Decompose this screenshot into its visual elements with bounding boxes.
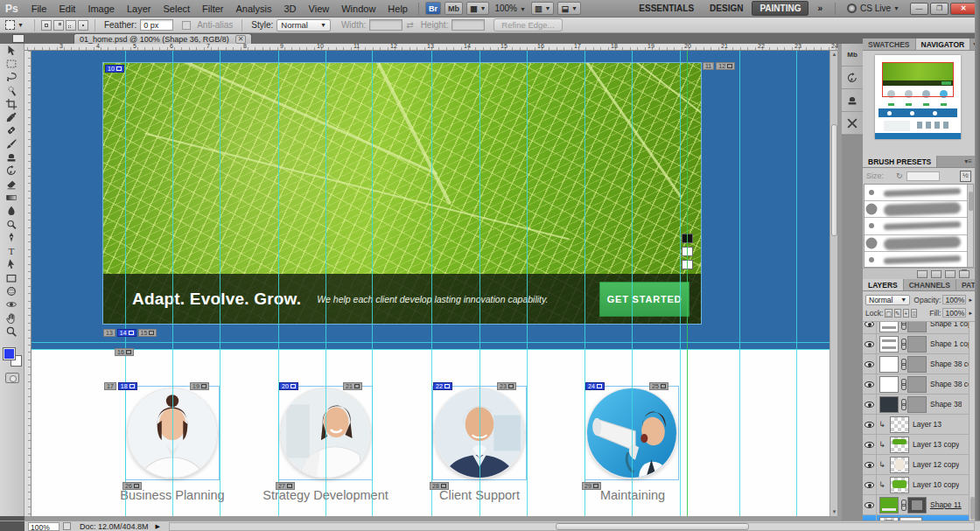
get-started-button[interactable]: GET STARTED <box>599 282 690 317</box>
layer-row-layer-10-copy[interactable]: ↳Layer 10 copy <box>863 475 975 495</box>
visibility-toggle[interactable] <box>863 455 877 475</box>
menu-layer[interactable]: Layer <box>121 0 158 17</box>
crop-tool[interactable] <box>0 97 23 110</box>
lock-pixels-icon[interactable]: ✎ <box>894 309 901 318</box>
screen-mode-button[interactable]: ⬓▼ <box>557 2 580 15</box>
canvas[interactable]: Adapt. Evolve. Grow. We help each client… <box>32 51 837 516</box>
dodge-tool[interactable] <box>0 218 23 231</box>
hero-banner-leaf-image[interactable]: Adapt. Evolve. Grow. We help each client… <box>103 63 701 324</box>
tool-preset-picker[interactable]: ▼ <box>0 20 29 30</box>
lock-all-icon[interactable]: ⚿ <box>911 309 917 318</box>
blend-mode-dropdown[interactable]: Normal▼ <box>865 295 910 305</box>
style-dropdown[interactable]: Normal▼ <box>276 19 331 31</box>
status-zoom-field[interactable]: 100% <box>28 522 60 531</box>
create-new-brush-icon[interactable] <box>945 270 956 278</box>
hand-tool[interactable] <box>0 311 23 325</box>
navigator-view-box[interactable] <box>882 62 954 97</box>
cs-live-dropdown[interactable]: CS Live▼ <box>847 3 900 13</box>
layer-name[interactable]: Shape 38 <box>930 400 962 409</box>
brush-preset[interactable] <box>864 185 973 201</box>
tool-presets-panel-icon[interactable] <box>842 112 863 135</box>
eyedropper-tool[interactable] <box>0 110 23 123</box>
anti-alias-checkbox[interactable] <box>182 21 191 30</box>
feather-input[interactable]: 0 px <box>140 19 173 31</box>
menu-edit[interactable]: Edit <box>52 0 81 17</box>
visibility-toggle[interactable] <box>863 495 877 515</box>
menu-analysis[interactable]: Analysis <box>230 0 278 17</box>
opacity-flyout-icon[interactable]: ▸ <box>969 297 972 304</box>
move-tool[interactable] <box>0 44 23 57</box>
brush-preset[interactable] <box>864 218 973 234</box>
tab-brush-presets[interactable]: BRUSH PRESETS <box>863 156 937 167</box>
clone-source-panel-icon[interactable] <box>842 89 863 112</box>
layer-row-shape-11[interactable]: Shape 11 <box>863 495 975 515</box>
visibility-toggle[interactable] <box>863 395 877 415</box>
workspace-essentials[interactable]: ESSENTIALS <box>632 2 701 15</box>
lock-position-icon[interactable]: + <box>903 309 909 318</box>
visibility-toggle[interactable] <box>863 415 877 435</box>
visibility-toggle[interactable] <box>863 354 877 374</box>
menu-window[interactable]: Window <box>335 0 382 17</box>
history-brush-tool[interactable] <box>0 164 23 178</box>
bristle-brush-preview-icon[interactable] <box>960 171 971 182</box>
layer-name[interactable]: Layer 13 <box>913 420 942 429</box>
selection-mode-new[interactable] <box>41 20 52 31</box>
path-select-tool[interactable] <box>0 258 23 271</box>
color-swatches[interactable] <box>3 346 22 367</box>
delete-brush-icon[interactable] <box>959 270 970 278</box>
status-flyout-icon[interactable]: ▶ <box>156 523 160 530</box>
layer-row-shape-1-copy-4[interactable]: Shape 1 copy 4 <box>863 322 975 334</box>
menu-image[interactable]: Image <box>81 0 121 17</box>
brush-list-scrollbar[interactable] <box>967 185 973 267</box>
foreground-color-swatch[interactable] <box>3 347 16 360</box>
brush-preset-list[interactable] <box>864 184 974 268</box>
history-panel-icon[interactable] <box>842 66 863 89</box>
selection-mode-intersect[interactable] <box>78 20 88 31</box>
top-ruler[interactable]: 3456789101112131415161718192021222324 <box>24 44 837 51</box>
document-tab[interactable]: 01_home.psd @ 100% (Shape 36, RGB/8) ✕ <box>74 33 252 44</box>
quick-mask-button[interactable] <box>5 373 19 383</box>
marquee-tool[interactable] <box>0 57 23 70</box>
brush-preset[interactable] <box>864 252 973 268</box>
visibility-toggle[interactable] <box>863 475 877 495</box>
layer-row-shape-1-copy-2[interactable]: Shape 1 copy 2 <box>863 334 975 354</box>
view-extras-button[interactable]: ▥▼ <box>531 2 554 15</box>
panel-collapse-icon[interactable] <box>12 34 24 43</box>
brush-tool[interactable] <box>0 137 23 150</box>
tab-channels[interactable]: CHANNELS <box>904 279 956 290</box>
pen-tool[interactable] <box>0 231 23 244</box>
zoom-level-dropdown[interactable]: 100%▼ <box>494 3 526 13</box>
gradient-tool[interactable] <box>0 191 23 204</box>
selection-mode-subtract[interactable] <box>66 20 76 31</box>
brush-preset[interactable] <box>864 201 973 218</box>
scrollbar-thumb[interactable] <box>556 523 749 530</box>
refresh-icon[interactable]: ↻ <box>896 171 903 180</box>
canvas-vertical-scrollbar[interactable]: ▲ ▼ <box>830 51 837 516</box>
menu-3d[interactable]: 3D <box>278 0 303 17</box>
visibility-toggle[interactable] <box>863 374 877 395</box>
arrange-documents-button[interactable]: ▦▼ <box>466 2 489 15</box>
blur-tool[interactable] <box>0 205 23 218</box>
layer-list[interactable]: Shape 1 copy 4Shape 1 copy 2Shape 38 cop… <box>863 322 975 527</box>
tab-navigator[interactable]: NAVIGATOR <box>916 38 971 50</box>
layer-name[interactable]: Layer 10 copy <box>913 480 959 489</box>
visibility-toggle[interactable] <box>863 334 877 354</box>
lock-transparent-icon[interactable]: ▢ <box>885 309 892 318</box>
layer-row-shape-38[interactable]: Shape 38 <box>863 395 975 415</box>
layer-row-shape-38-copy[interactable]: Shape 38 copy <box>863 374 975 395</box>
brush-preset[interactable] <box>864 235 973 252</box>
menu-file[interactable]: File <box>25 0 53 17</box>
menu-filter[interactable]: Filter <box>196 0 229 17</box>
mini-bridge-panel-icon[interactable]: Mb <box>842 44 863 66</box>
quick-select-tool[interactable] <box>0 84 23 97</box>
clone-stamp-tool[interactable] <box>0 150 23 164</box>
minimize-button[interactable]: — <box>910 3 928 15</box>
menu-help[interactable]: Help <box>382 0 414 17</box>
lasso-tool[interactable] <box>0 71 23 84</box>
layer-list-scrollbar[interactable] <box>969 322 975 527</box>
scrollbar-thumb[interactable] <box>831 124 837 236</box>
fill-flyout-icon[interactable]: ▸ <box>969 310 972 317</box>
restore-button[interactable]: ❐ <box>930 3 948 15</box>
layer-name[interactable]: Layer 13 copy <box>913 440 959 449</box>
shape-tool[interactable] <box>0 271 23 284</box>
